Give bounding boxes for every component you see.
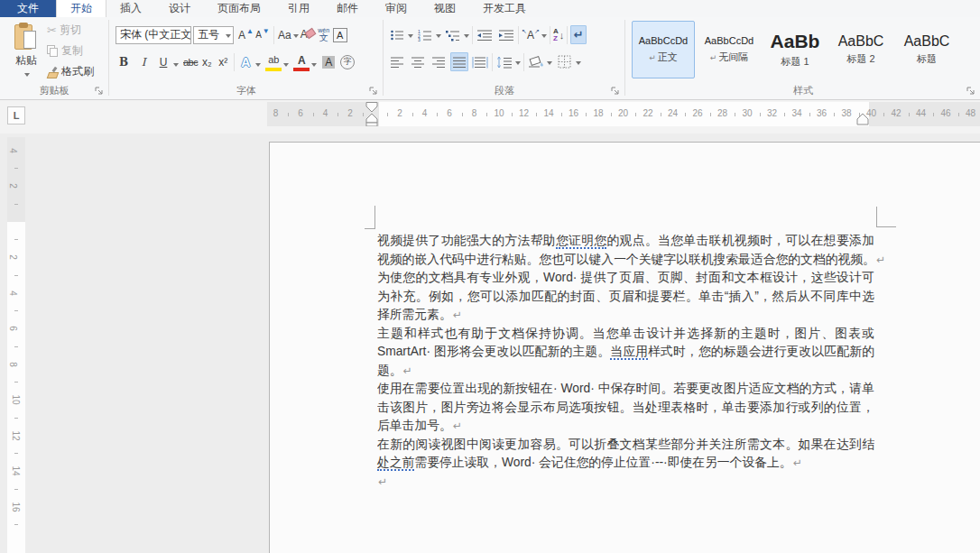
superscript-button[interactable]: x² xyxy=(215,52,231,71)
style-card-正文[interactable]: AaBbCcDd↵正文 xyxy=(632,21,695,78)
text-line[interactable]: 视频的嵌入代码中进行粘贴。您也可以键入一个关键字以联机搜索最适合您的文档的视频。… xyxy=(377,251,874,270)
distribute-button[interactable] xyxy=(471,52,489,71)
text-line[interactable]: 题。↵ xyxy=(377,362,874,381)
paste-icon xyxy=(14,23,38,53)
text-line[interactable]: 击该图片，图片旁边将会显示布局选项按钮。当处理表格时，单击要添加行或列的位置，然 xyxy=(377,399,874,418)
character-border-button[interactable]: A xyxy=(332,25,348,44)
clipboard-dialog-launcher-icon[interactable] xyxy=(95,87,105,97)
asian-layout-button[interactable]: ↖A↗ xyxy=(522,25,540,44)
style-card-副[interactable]: Aa副 xyxy=(957,21,980,78)
justify-button[interactable] xyxy=(450,52,468,71)
text-line[interactable]: 处之前需要停止读取，Word· 会记住您的停止位置·--·即使在另一个设备上。↵ xyxy=(377,454,874,473)
text-line[interactable]: 在新的阅读视图中阅读更加容易。可以折叠文档某些部分并关注所需文本。如果在达到结尾 xyxy=(377,436,874,455)
sort-button[interactable]: AZ ↓ xyxy=(553,25,564,44)
text-line[interactable]: SmartArt· 图形将会更改以匹配新的主题。当应用样式时，您的标题会进行更改… xyxy=(377,343,874,362)
underline-button[interactable]: U xyxy=(155,52,171,71)
chevron-down-icon[interactable] xyxy=(283,63,289,69)
tab-stop-selector[interactable]: L xyxy=(7,106,25,124)
chevron-down-icon[interactable] xyxy=(408,34,413,41)
enclose-characters-button[interactable]: 字 xyxy=(339,52,356,71)
change-case-button[interactable]: Aa xyxy=(277,25,300,44)
style-card-标题[interactable]: AaBbC标题 xyxy=(895,21,958,78)
line-spacing-button[interactable] xyxy=(495,52,513,71)
tab-页面布局[interactable]: 页面布局 xyxy=(204,0,274,17)
chevron-down-icon[interactable] xyxy=(515,61,521,68)
text-line[interactable]: 视频提供了功能强大的方法帮助您证明您的观点。当您单击联机视频时，可以在想要添加的 xyxy=(377,232,874,251)
bold-button[interactable]: B xyxy=(116,52,132,71)
clear-formatting-button[interactable] xyxy=(300,25,316,44)
phonetic-guide-button[interactable]: wén文 xyxy=(316,25,332,44)
tab-插入[interactable]: 插入 xyxy=(106,0,155,17)
tab-开发工具[interactable]: 开发工具 xyxy=(469,0,540,17)
character-shading-button[interactable]: A xyxy=(320,52,337,71)
ruler-number: 24 xyxy=(668,108,678,118)
ruler-number: 48 xyxy=(966,108,975,118)
subscript-button[interactable]: x₂ xyxy=(199,52,215,71)
vertical-ruler[interactable]: 42246810121416 xyxy=(7,137,25,553)
tab-引用[interactable]: 引用 xyxy=(274,0,323,17)
ruler-number: 8 xyxy=(8,362,18,367)
align-center-button[interactable] xyxy=(409,52,427,71)
chevron-down-icon[interactable] xyxy=(436,34,441,41)
text-line[interactable]: 后单击加号。↵ xyxy=(377,417,874,436)
styles-dialog-launcher-icon[interactable] xyxy=(966,87,976,97)
style-card-标题 2[interactable]: AaBbC标题 2 xyxy=(829,21,892,78)
decrease-indent-button[interactable] xyxy=(476,25,494,44)
font-color-button[interactable]: A xyxy=(293,52,310,71)
text-line[interactable]: 为补充。例如，您可以添加匹配的封面、页眉和提要栏。单击“插入”，然后从不同库中选 xyxy=(377,288,874,307)
tab-邮件[interactable]: 邮件 xyxy=(323,0,372,17)
text-line[interactable]: 使用在需要位置出现的新按钮在· Word· 中保存时间。若要更改图片适应文档的方… xyxy=(377,380,874,399)
ruler-tick xyxy=(14,310,18,311)
bullets-button[interactable] xyxy=(388,25,406,44)
tab-开始[interactable]: 开始 xyxy=(56,0,106,17)
document-page[interactable]: 视频提供了功能强大的方法帮助您证明您的观点。当您单击联机视频时，可以在想要添加的… xyxy=(269,142,980,553)
text-effects-button[interactable]: A xyxy=(237,52,254,71)
chevron-down-icon[interactable] xyxy=(464,34,469,41)
align-right-button[interactable] xyxy=(430,52,448,71)
ruler-tick xyxy=(313,113,314,116)
text-line[interactable]: ↵ xyxy=(377,473,874,492)
text-highlight-button[interactable]: ab xyxy=(265,52,282,71)
indent-markers[interactable] xyxy=(365,102,380,126)
chevron-down-icon[interactable] xyxy=(311,63,317,69)
shading-button[interactable] xyxy=(527,52,545,71)
text-line[interactable]: 择所需元素。↵ xyxy=(377,306,874,325)
horizontal-ruler[interactable]: 8642246810121416182022242628303234363840… xyxy=(267,102,980,126)
ruler-row: L 86422468101214161820222426283032343638… xyxy=(0,101,980,134)
chevron-down-icon[interactable] xyxy=(255,63,261,69)
ruler-tick xyxy=(561,113,562,116)
text-line[interactable]: 为使您的文档具有专业外观，Word· 提供了页眉、页脚、封面和文本框设计，这些设… xyxy=(377,269,874,288)
copy-button[interactable]: 复制 xyxy=(47,41,94,60)
shrink-font-button[interactable]: A▼ xyxy=(254,25,271,44)
ruler-tick xyxy=(486,113,487,116)
strikethrough-button[interactable]: abc xyxy=(182,52,199,71)
font-size-combo[interactable]: 五号 xyxy=(193,26,234,44)
font-dialog-launcher-icon[interactable] xyxy=(369,87,379,97)
show-hide-marks-button[interactable]: ↵ xyxy=(570,25,587,44)
increase-indent-button[interactable] xyxy=(497,25,515,44)
grow-font-button[interactable]: A▲ xyxy=(237,25,254,44)
cut-button[interactable]: ✂ 剪切 xyxy=(47,21,94,40)
style-card-无间隔[interactable]: AaBbCcDd↵无间隔 xyxy=(698,21,761,78)
italic-button[interactable]: I xyxy=(135,52,152,71)
tab-设计[interactable]: 设计 xyxy=(155,0,204,17)
paragraph-dialog-launcher-icon[interactable] xyxy=(611,87,621,97)
chevron-down-icon[interactable] xyxy=(173,63,179,69)
multilevel-list-button[interactable] xyxy=(444,25,462,44)
borders-button[interactable] xyxy=(556,52,574,71)
format-painter-button[interactable]: 格式刷 xyxy=(47,62,94,81)
align-left-button[interactable] xyxy=(388,52,406,71)
paste-dropdown-arrow-icon[interactable] xyxy=(24,73,30,79)
font-name-combo[interactable]: 宋体 (中文正文 xyxy=(116,26,191,44)
tab-视图[interactable]: 视图 xyxy=(421,0,469,17)
style-card-标题 1[interactable]: AaBb标题 1 xyxy=(763,21,827,78)
chevron-down-icon[interactable] xyxy=(576,61,581,68)
chevron-down-icon[interactable] xyxy=(547,61,552,68)
document-text[interactable]: 视频提供了功能强大的方法帮助您证明您的观点。当您单击联机视频时，可以在想要添加的… xyxy=(377,232,874,491)
chevron-down-icon[interactable] xyxy=(541,34,547,41)
tab-file[interactable]: 文件 xyxy=(0,0,56,17)
ruler-number: 34 xyxy=(791,108,801,118)
text-line[interactable]: 主题和样式也有助于文档保持协调。当您单击设计并选择新的主题时，图片、图表或 xyxy=(377,325,874,344)
numbering-button[interactable]: 123 xyxy=(416,25,434,44)
tab-审阅[interactable]: 审阅 xyxy=(372,0,421,17)
